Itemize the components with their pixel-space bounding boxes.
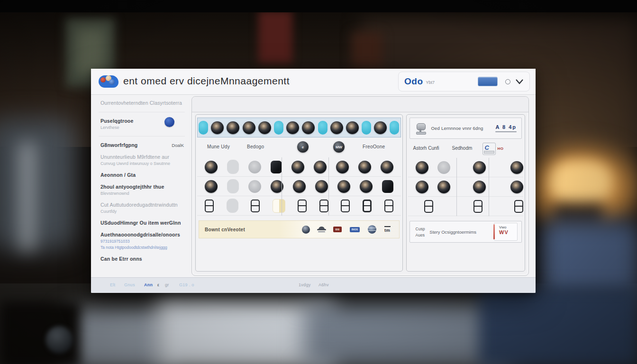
camera-lens-icon[interactable]: [314, 161, 327, 173]
camera-lens-icon[interactable]: [315, 180, 328, 193]
outlet-frame-icon[interactable]: [341, 200, 350, 212]
summary-text: Stery Ocsiggntoermims: [429, 229, 476, 235]
outlet-frame-icon[interactable]: [384, 200, 393, 212]
camera-lens-icon[interactable]: [381, 161, 393, 173]
camera-lens-icon[interactable]: [473, 161, 486, 174]
active-indicator-icon[interactable]: [362, 121, 371, 135]
printer-icon[interactable]: [482, 143, 496, 155]
camera-lens-icon[interactable]: [360, 180, 373, 193]
header-blue-button[interactable]: [478, 77, 498, 86]
app-logo-icon[interactable]: [99, 74, 119, 89]
footer-item[interactable]: gr: [165, 282, 169, 287]
outlet-frame-icon[interactable]: [319, 200, 328, 212]
barcode-badge-icon[interactable]: BB: [333, 227, 342, 232]
alert-mini-card[interactable]: Vwo WV: [494, 223, 518, 241]
camera-lens-icon[interactable]: [286, 121, 299, 134]
footer-item[interactable]: Gnus: [124, 282, 135, 287]
sidebar-item[interactable]: Cut AuttutudoredugadtntrwinduttnCuurtfdy: [100, 202, 183, 214]
camera-lens-icon[interactable]: [416, 181, 428, 193]
dark-device-icon[interactable]: [271, 161, 282, 173]
chevron-down-icon[interactable]: [515, 79, 524, 85]
active-indicator-icon[interactable]: [318, 121, 328, 135]
camera-lens-icon[interactable]: [211, 121, 224, 134]
camera-lens-icon[interactable]: [293, 180, 306, 193]
notification-badge[interactable]: [164, 117, 174, 127]
camera-lens-icon[interactable]: [291, 161, 304, 173]
sidebar-link[interactable]: Ta nota Htgtpodoodtdcstwthdrétejggg: [100, 245, 183, 250]
cloud-icon[interactable]: [318, 227, 325, 232]
device-info-card[interactable]: Oed Lernnnoe vnnr 6dng A 8 4p: [410, 118, 522, 139]
camera-lens-icon[interactable]: [510, 181, 523, 193]
camera-lens-icon[interactable]: [205, 180, 218, 193]
camera-lens-icon[interactable]: [258, 121, 271, 134]
outlet-frame-bold-icon[interactable]: [363, 200, 372, 212]
selected-outlet-icon[interactable]: [273, 199, 285, 213]
sidebar-item[interactable]: Ununnteurlieub M9rfdtene aurCunvug Uwvrd…: [100, 154, 183, 166]
camera-lens-gray-icon[interactable]: [248, 161, 261, 173]
outlet-frame-icon[interactable]: [205, 200, 214, 212]
sidebar-item[interactable]: USduodHimngr Ou item werGlnn: [100, 220, 183, 226]
footer-item[interactable]: A6hv: [318, 282, 329, 287]
device-label: Sedhodm: [452, 146, 473, 151]
camera-lens-icon[interactable]: [227, 121, 239, 134]
device-grid-row: [197, 157, 401, 177]
brand-logo[interactable]: Odo: [404, 76, 423, 87]
device-info-text: Oed Lernnnoe vnnr 6dng: [431, 126, 483, 131]
camera-lens-icon[interactable]: [358, 161, 371, 173]
sidebar-item[interactable]: Auethnaooonodgdrisalle/onoors97319197510…: [100, 232, 183, 250]
sidebar-item[interactable]: PuselqgtrooeLervthese: [100, 118, 183, 130]
camera-lens-icon[interactable]: [243, 121, 255, 134]
sidebar-item[interactable]: G8nworfrfgpngDoalK: [100, 142, 183, 148]
outlet-frame-icon[interactable]: [473, 200, 482, 213]
camera-lens-icon[interactable]: [346, 121, 359, 134]
footer-item[interactable]: Elt: [110, 282, 115, 287]
footer-item[interactable]: ε: [157, 282, 159, 287]
camera-lens-icon[interactable]: [437, 181, 450, 193]
camera-lens-gray-icon[interactable]: [248, 180, 261, 193]
status-strip-label: Bownt cnVeeotet: [205, 227, 245, 232]
sphere-icon[interactable]: [302, 226, 310, 234]
right-labels-row: Astorh Cunfi Sedhodm HO: [407, 139, 525, 158]
outlet-frame-icon[interactable]: [424, 200, 433, 213]
device-label: FreoOone: [363, 144, 385, 149]
sidebar-link[interactable]: 9731919751033: [100, 239, 183, 244]
device-panel-left: Mune Udy Bedogo e MW FreoOone Bownt cnVe…: [195, 114, 403, 272]
grid-divider: [489, 158, 489, 216]
sidebar-item-label: 2houl antyoogtejthhr thue: [100, 184, 183, 190]
power-icon[interactable]: [505, 79, 510, 84]
sidebar-item[interactable]: 2houl antyoogtejthhr thueBlevstrwnownd: [100, 184, 183, 196]
active-indicator-icon[interactable]: [274, 121, 283, 135]
summary-card[interactable]: Cusp Aues Stery Ocsiggntoermims Vwo WV: [410, 221, 522, 243]
outlet-frame-icon[interactable]: [514, 200, 523, 213]
footer-item[interactable]: 1vdgy: [299, 282, 311, 287]
footer-item[interactable]: G19 . o: [179, 282, 194, 287]
dark-device-icon[interactable]: [382, 180, 393, 193]
brand-badge-icon[interactable]: MW: [333, 141, 345, 153]
brand-badge-icon[interactable]: e: [297, 141, 309, 153]
camera-lens-icon[interactable]: [337, 180, 350, 193]
camera-lens-icon[interactable]: [336, 161, 349, 173]
camera-lens-icon[interactable]: [302, 121, 315, 134]
footer-item[interactable]: Ann: [144, 282, 153, 287]
camera-lens-icon[interactable]: [374, 121, 387, 134]
active-indicator-icon[interactable]: [390, 121, 399, 135]
camera-lens-gray-icon[interactable]: [437, 161, 450, 174]
sidebar-item[interactable]: Ourrentovheterndten Clasyrtsoterra: [100, 100, 183, 106]
outlet-frame-icon[interactable]: [298, 200, 307, 212]
camera-lens-icon[interactable]: [330, 121, 343, 134]
sidebar-item[interactable]: Can be Etrr onns: [100, 256, 183, 262]
sidebar-item[interactable]: Aeonnon / Gta: [100, 172, 183, 178]
sidebar-item-label: Can be Etrr onns: [100, 256, 183, 262]
placeholder-device-icon: [227, 160, 239, 174]
active-indicator-icon[interactable]: [199, 121, 208, 135]
chip-badge-icon[interactable]: BIOS: [350, 227, 360, 232]
main-toolbar-strip: [192, 97, 528, 112]
globe-icon[interactable]: [368, 225, 376, 234]
underline: [495, 131, 517, 132]
outlet-frame-icon[interactable]: [251, 200, 260, 212]
cloud-shape: [318, 227, 325, 230]
camera-lens-icon[interactable]: [205, 161, 218, 173]
camera-lens-icon[interactable]: [473, 181, 486, 193]
camera-lens-icon[interactable]: [416, 161, 428, 174]
camera-lens-icon[interactable]: [510, 161, 523, 174]
